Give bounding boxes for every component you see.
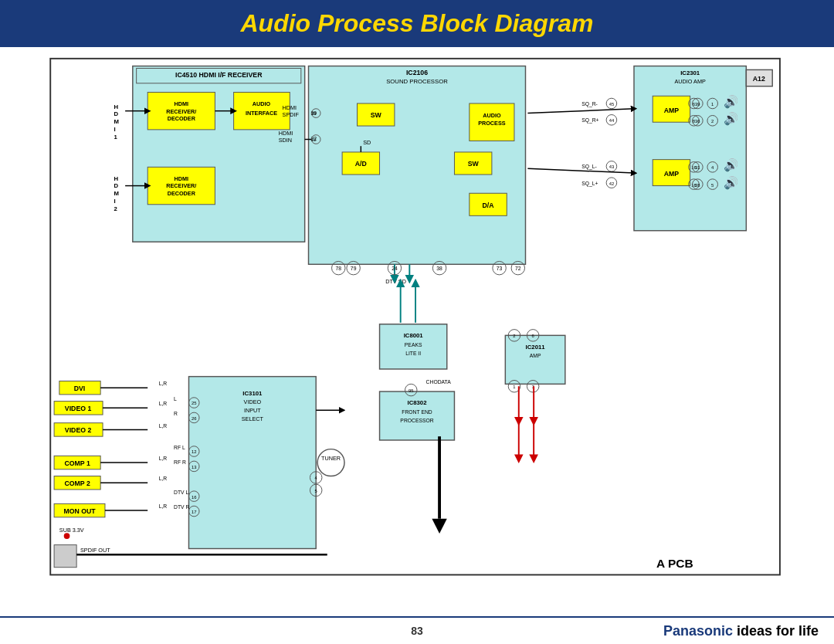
svg-text:43: 43 xyxy=(609,164,614,169)
svg-text:1: 1 xyxy=(114,134,118,141)
svg-text:I: I xyxy=(114,198,116,205)
svg-text:I: I xyxy=(114,126,116,133)
svg-text:L,R: L,R xyxy=(159,381,168,386)
svg-text:AMP: AMP xyxy=(664,170,680,178)
svg-text:D: D xyxy=(114,182,119,189)
svg-text:AMP: AMP xyxy=(530,353,541,358)
svg-text:HDMI: HDMI xyxy=(175,175,189,182)
svg-text:SD: SD xyxy=(363,139,371,146)
svg-text:L,R: L,R xyxy=(159,401,168,406)
svg-text:2: 2 xyxy=(711,119,714,124)
svg-text:COMP 1: COMP 1 xyxy=(64,459,90,467)
diagram-area: IC4510 HDMI I/F RECEIVER HDMI RECEIVER/ … xyxy=(0,47,834,616)
svg-text:M: M xyxy=(114,190,119,197)
svg-text:AMP: AMP xyxy=(664,107,680,114)
svg-text:38: 38 xyxy=(436,266,442,271)
svg-rect-170 xyxy=(380,391,455,440)
svg-text:PROCESS: PROCESS xyxy=(478,120,506,127)
svg-text:VIDEO 1: VIDEO 1 xyxy=(65,405,92,412)
svg-text:RECEIVER/: RECEIVER/ xyxy=(166,108,196,115)
svg-text:1: 1 xyxy=(513,385,515,389)
svg-text:SQ_L+: SQ_L+ xyxy=(581,181,598,187)
svg-text:H: H xyxy=(114,103,119,110)
svg-text:RF R: RF R xyxy=(174,459,186,465)
svg-text:SOUND PROCESSOR: SOUND PROCESSOR xyxy=(386,78,448,85)
svg-text:16: 16 xyxy=(192,495,196,500)
svg-text:MON OUT: MON OUT xyxy=(63,507,96,515)
svg-text:45: 45 xyxy=(609,102,614,107)
svg-marker-201 xyxy=(432,519,446,534)
svg-text:PROCESSOR: PROCESSOR xyxy=(400,418,433,423)
svg-text:DTV L: DTV L xyxy=(174,490,188,495)
svg-text:28: 28 xyxy=(695,183,700,188)
svg-line-208 xyxy=(527,109,634,114)
svg-text:4: 4 xyxy=(315,476,318,480)
svg-text:HDMI: HDMI xyxy=(175,100,189,107)
svg-text:COMP 2: COMP 2 xyxy=(64,480,90,487)
svg-text:AUDIO: AUDIO xyxy=(483,112,501,119)
svg-text:CHODATA: CHODATA xyxy=(426,379,452,385)
svg-text:AUDIO: AUDIO xyxy=(253,100,271,107)
svg-text:IC4510 HDMI I/F RECEIVER: IC4510 HDMI I/F RECEIVER xyxy=(175,71,263,79)
svg-text:5: 5 xyxy=(315,489,317,493)
page-header: Audio Process Block Diagram xyxy=(0,0,834,47)
brand-tagline: Panasonic ideas for life xyxy=(663,623,819,639)
svg-text:73: 73 xyxy=(497,266,503,271)
brand-name: Panasonic xyxy=(663,623,733,639)
svg-text:🔊: 🔊 xyxy=(724,111,739,126)
svg-text:DECODER: DECODER xyxy=(168,190,196,197)
svg-text:SPDIF: SPDIF xyxy=(283,111,300,118)
svg-text:VIDEO: VIDEO xyxy=(244,398,262,405)
svg-text:5: 5 xyxy=(711,183,714,188)
svg-text:PEAKS: PEAKS xyxy=(405,342,422,347)
svg-text:SW: SW xyxy=(371,111,382,119)
svg-text:AUDIO AMP: AUDIO AMP xyxy=(675,78,706,85)
svg-text:🔊: 🔊 xyxy=(724,94,739,109)
svg-text:25: 25 xyxy=(192,401,196,405)
svg-text:IC2011: IC2011 xyxy=(526,344,546,351)
svg-text:2: 2 xyxy=(114,205,117,212)
svg-text:H: H xyxy=(114,175,119,182)
svg-text:26: 26 xyxy=(192,416,196,421)
svg-text:22: 22 xyxy=(311,137,316,142)
svg-text:HDMI: HDMI xyxy=(283,104,297,111)
svg-text:SELECT: SELECT xyxy=(242,415,264,422)
svg-text:36: 36 xyxy=(695,119,700,124)
svg-text:SQ_R-: SQ_R- xyxy=(581,101,598,107)
svg-text:SQ_R+: SQ_R+ xyxy=(581,117,598,124)
svg-text:IC2301: IC2301 xyxy=(680,69,700,76)
svg-text:M: M xyxy=(114,118,119,125)
svg-text:DTV SD: DTV SD xyxy=(385,278,406,285)
svg-text:IC3101: IC3101 xyxy=(242,390,263,397)
svg-text:DVI: DVI xyxy=(74,385,86,392)
svg-text:INTERFACE: INTERFACE xyxy=(246,110,277,117)
svg-point-203 xyxy=(64,533,70,539)
svg-text:42: 42 xyxy=(609,181,614,186)
page-title: Audio Process Block Diagram xyxy=(15,9,819,38)
svg-text:IC8302: IC8302 xyxy=(408,399,427,406)
svg-text:🔊: 🔊 xyxy=(724,175,739,190)
page-footer: 83 Panasonic ideas for life xyxy=(0,616,834,644)
svg-line-209 xyxy=(527,168,634,173)
svg-rect-177 xyxy=(505,335,565,384)
svg-text:31: 31 xyxy=(695,165,700,170)
svg-text:IC8001: IC8001 xyxy=(404,332,424,339)
svg-text:RF L: RF L xyxy=(174,445,185,450)
svg-text:13: 13 xyxy=(192,465,196,469)
svg-text:17: 17 xyxy=(192,510,196,514)
svg-text:24: 24 xyxy=(392,266,398,271)
svg-text:L,R: L,R xyxy=(159,503,168,509)
svg-text:L: L xyxy=(174,396,177,402)
svg-point-188 xyxy=(317,449,344,476)
svg-rect-70 xyxy=(634,66,746,231)
page-number: 83 xyxy=(411,625,423,637)
svg-text:2: 2 xyxy=(513,334,515,338)
svg-text:L,R: L,R xyxy=(159,476,168,481)
svg-text:44: 44 xyxy=(609,118,615,123)
svg-text:FRONT END: FRONT END xyxy=(402,409,432,415)
svg-text:L,R: L,R xyxy=(159,423,168,429)
svg-text:A/D: A/D xyxy=(355,160,367,168)
svg-text:SUB 3.3V: SUB 3.3V xyxy=(59,527,84,534)
svg-text:12: 12 xyxy=(192,449,196,454)
svg-text:HDMI: HDMI xyxy=(279,130,293,137)
